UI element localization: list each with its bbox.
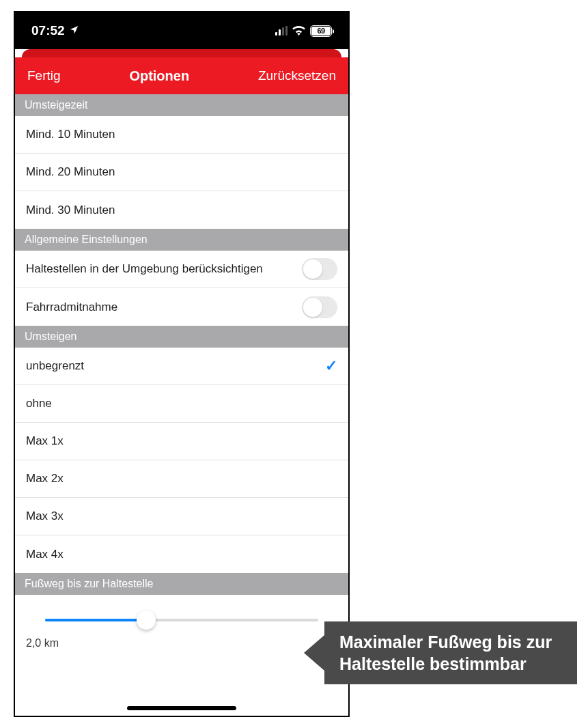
list-item-label: Mind. 30 Minuten bbox=[26, 203, 337, 217]
slider-thumb[interactable] bbox=[137, 611, 156, 630]
battery-icon: 69 bbox=[310, 25, 332, 37]
status-left: 07:52 bbox=[31, 23, 79, 38]
bike-toggle[interactable] bbox=[302, 296, 337, 318]
status-right: 69 bbox=[275, 25, 332, 37]
nearby-stops-label: Haltestellen in der Umgebung berücksicht… bbox=[26, 262, 302, 276]
section-header-footpath: Fußweg bis zur Haltestelle bbox=[15, 573, 348, 595]
bike-label: Fahrradmitnahme bbox=[26, 300, 302, 314]
bike-row: Fahrradmitnahme bbox=[15, 288, 348, 326]
transfers-option[interactable]: unbegrenzt ✓ bbox=[15, 348, 348, 385]
list-item-label: Max 2x bbox=[26, 471, 337, 486]
home-indicator[interactable] bbox=[127, 706, 236, 710]
sheet-background-card bbox=[22, 49, 341, 57]
transfer-time-option[interactable]: Mind. 30 Minuten bbox=[15, 191, 348, 229]
page-title: Optionen bbox=[129, 68, 189, 84]
status-time: 07:52 bbox=[31, 23, 65, 38]
cellular-icon bbox=[275, 26, 288, 36]
callout-text: Maximaler Fußweg bis zur Haltestelle bes… bbox=[324, 621, 577, 684]
battery-level: 69 bbox=[311, 27, 331, 36]
reset-button[interactable]: Zurücksetzen bbox=[258, 68, 336, 83]
transfer-time-option[interactable]: Mind. 20 Minuten bbox=[15, 154, 348, 191]
section-transfers: Umsteigen unbegrenzt ✓ ohne Max 1x Max 2… bbox=[15, 326, 348, 573]
list-item-label: unbegrenzt bbox=[26, 359, 325, 373]
list-item-label: Max 4x bbox=[26, 547, 337, 561]
section-footpath: Fußweg bis zur Haltestelle 2,0 km bbox=[15, 573, 348, 655]
phone-frame: 07:52 69 Fertig Optionen Zurücksetzen Um… bbox=[14, 11, 350, 717]
footpath-slider[interactable] bbox=[45, 608, 318, 632]
section-transfer-time: Umsteigezeit Mind. 10 Minuten Mind. 20 M… bbox=[15, 94, 348, 229]
options-navbar: Fertig Optionen Zurücksetzen bbox=[15, 57, 348, 94]
list-item-label: ohne bbox=[26, 396, 337, 410]
wifi-icon bbox=[292, 26, 305, 36]
transfers-option[interactable]: Max 3x bbox=[15, 498, 348, 535]
transfers-option[interactable]: Max 1x bbox=[15, 423, 348, 460]
transfer-time-option[interactable]: Mind. 10 Minuten bbox=[15, 116, 348, 154]
section-header-transfers: Umsteigen bbox=[15, 326, 348, 348]
transfers-option[interactable]: ohne bbox=[15, 385, 348, 423]
annotation-callout: Maximaler Fußweg bis zur Haltestelle bes… bbox=[304, 621, 577, 684]
checkmark-icon: ✓ bbox=[325, 357, 337, 375]
section-header-general: Allgemeine Einstellungen bbox=[15, 229, 348, 251]
list-item-label: Max 3x bbox=[26, 509, 337, 523]
location-icon bbox=[69, 23, 79, 38]
done-button[interactable]: Fertig bbox=[27, 68, 61, 83]
transfers-option[interactable]: Max 4x bbox=[15, 535, 348, 573]
callout-arrow-icon bbox=[304, 635, 324, 671]
slider-fill bbox=[45, 619, 146, 621]
transfers-option[interactable]: Max 2x bbox=[15, 460, 348, 498]
nearby-stops-row: Haltestellen in der Umgebung berücksicht… bbox=[15, 251, 348, 288]
status-bar: 07:52 69 bbox=[15, 12, 348, 49]
list-item-label: Mind. 10 Minuten bbox=[26, 127, 337, 141]
list-item-label: Mind. 20 Minuten bbox=[26, 165, 337, 179]
section-general: Allgemeine Einstellungen Haltestellen in… bbox=[15, 229, 348, 326]
footpath-value: 2,0 km bbox=[26, 637, 337, 649]
section-header-transfer-time: Umsteigezeit bbox=[15, 94, 348, 116]
list-item-label: Max 1x bbox=[26, 434, 337, 448]
nearby-stops-toggle[interactable] bbox=[302, 258, 337, 280]
